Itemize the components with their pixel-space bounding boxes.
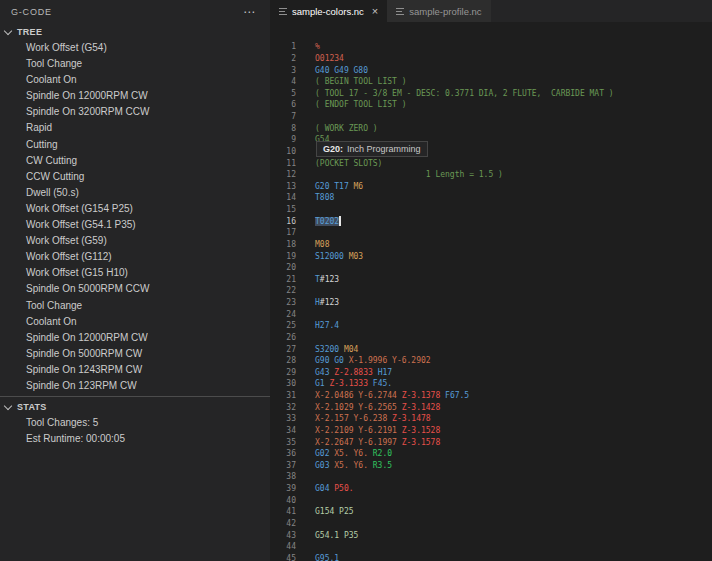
line-number: 25	[270, 321, 296, 330]
tree-item[interactable]: Dwell (50.s)	[0, 185, 270, 201]
tree-item[interactable]: Spindle On 1243RPM CW	[0, 362, 270, 378]
section-header-stats[interactable]: STATS	[0, 399, 270, 415]
file-icon	[396, 8, 404, 15]
code-line[interactable]: 16T0202	[270, 215, 712, 227]
code-line[interactable]: 44	[270, 541, 712, 553]
tree-item[interactable]: Tool Change	[0, 56, 270, 72]
code-line[interactable]: 23H#123	[270, 297, 712, 309]
line-content: S12000 M03	[315, 252, 363, 261]
code-line[interactable]: 15	[270, 204, 712, 216]
tree-item[interactable]: Coolant On	[0, 314, 270, 330]
line-number: 20	[270, 263, 296, 272]
code-line[interactable]: 40	[270, 494, 712, 506]
file-icon	[279, 8, 287, 15]
tree-item[interactable]: Spindle On 12000RPM CW	[0, 330, 270, 346]
code-token: X-2.0486 Y-6.2744	[315, 391, 402, 400]
code-line[interactable]: 41G154 P25	[270, 506, 712, 518]
code-line[interactable]: 14T808	[270, 192, 712, 204]
line-number: 24	[270, 310, 296, 319]
ellipsis-icon[interactable]: ⋯	[243, 9, 256, 15]
code-token: X-2.157 Y-6.238	[315, 414, 392, 423]
line-number: 35	[270, 438, 296, 447]
code-token: G04	[315, 484, 334, 493]
tree-item[interactable]: Work Offset (G15 H10)	[0, 265, 270, 281]
tree-item[interactable]: Coolant On	[0, 72, 270, 88]
line-content: X-2.157 Y-6.238 Z-3.1478	[315, 414, 431, 423]
code-line[interactable]: 31X-2.0486 Y-6.2744 Z-3.1378 F67.5	[270, 390, 712, 402]
code-line[interactable]: 25H27.4	[270, 320, 712, 332]
code-token: ( ENDOF TOOL LIST )	[315, 100, 407, 109]
code-line[interactable]: 1%	[270, 41, 712, 53]
code-line[interactable]: 5( TOOL 17 - 3/8 EM - DESC: 0.3771 DIA, …	[270, 88, 712, 100]
code-line[interactable]: 17	[270, 227, 712, 239]
code-line[interactable]: 4( BEGIN TOOL LIST )	[270, 76, 712, 88]
sidebar-title: G-CODE	[11, 7, 52, 17]
tree-item[interactable]: Work Offset (G54)	[0, 40, 270, 56]
line-content: O01234	[315, 54, 344, 63]
tree-item[interactable]: CW Cutting	[0, 153, 270, 169]
code-line[interactable]: 39G04 P50.	[270, 483, 712, 495]
code-token: T808	[315, 193, 334, 202]
line-number: 18	[270, 240, 296, 249]
tree-item[interactable]: Work Offset (G154 P25)	[0, 201, 270, 217]
tree-item[interactable]: Work Offset (G112)	[0, 249, 270, 265]
code-line[interactable]: 34X-2.2109 Y-6.2191 Z-3.1528	[270, 425, 712, 437]
tree-item[interactable]: Rapid	[0, 120, 270, 136]
code-line[interactable]: 19S12000 M03	[270, 250, 712, 262]
section-header-tree[interactable]: TREE	[0, 24, 270, 40]
code-line[interactable]: 11(POCKET SLOTS)	[270, 157, 712, 169]
code-line[interactable]: 12 1 Length = 1.5 )	[270, 169, 712, 181]
line-number: 13	[270, 182, 296, 191]
tree-item[interactable]: CCW Cutting	[0, 169, 270, 185]
code-line[interactable]: 32X-2.1029 Y-6.2565 Z-3.1428	[270, 401, 712, 413]
code-line[interactable]: 18M08	[270, 239, 712, 251]
code-line[interactable]: 42	[270, 518, 712, 530]
code-line[interactable]: 24	[270, 308, 712, 320]
code-line[interactable]: 33X-2.157 Y-6.238 Z-3.1478	[270, 413, 712, 425]
code-line[interactable]: 37G03 X5. Y6. R3.5	[270, 460, 712, 472]
code-line[interactable]: 8( WORK ZERO )	[270, 122, 712, 134]
tab-sample-colors.nc[interactable]: sample-colors.nc×	[270, 0, 387, 22]
code-line[interactable]: 7	[270, 111, 712, 123]
code-line[interactable]: 30G1 Z-3.1333 F45.	[270, 378, 712, 390]
tree-item[interactable]: Spindle On 3200RPM CCW	[0, 104, 270, 120]
line-number: 29	[270, 368, 296, 377]
code-line[interactable]: 26	[270, 332, 712, 344]
tree-item[interactable]: Cutting	[0, 137, 270, 153]
tree-item[interactable]: Spindle On 5000RPM CW	[0, 346, 270, 362]
code-line[interactable]: 6( ENDOF TOOL LIST )	[270, 99, 712, 111]
code-line[interactable]: 27S3200 M04	[270, 343, 712, 355]
tree-item[interactable]: Spindle On 123RPM CW	[0, 378, 270, 394]
code-line[interactable]: 13G20 T17 M6	[270, 181, 712, 193]
code-line[interactable]: 43G54.1 P35	[270, 529, 712, 541]
code-line[interactable]: 2O01234	[270, 53, 712, 65]
line-number: 38	[270, 472, 296, 481]
code-line[interactable]: 28G90 G0 X-1.9996 Y-6.2902	[270, 355, 712, 367]
tree-item[interactable]: Work Offset (G59)	[0, 233, 270, 249]
code-line[interactable]: 35X-2.2647 Y-6.1997 Z-3.1578	[270, 436, 712, 448]
tree-item[interactable]: Work Offset (G54.1 P35)	[0, 217, 270, 233]
code-line[interactable]: 3G40 G49 G80	[270, 64, 712, 76]
line-number: 42	[270, 519, 296, 528]
code-token: M04	[344, 345, 358, 354]
code-token: G20 T17	[315, 182, 354, 191]
code-line[interactable]: 29G43 Z-2.8833 H17	[270, 367, 712, 379]
tab-sample-profile.nc[interactable]: sample-profile.nc	[387, 0, 491, 22]
close-icon[interactable]: ×	[372, 6, 378, 16]
code-line[interactable]: 45G95.1	[270, 553, 712, 561]
code-line[interactable]: 20	[270, 262, 712, 274]
tree-item[interactable]: Spindle On 5000RPM CCW	[0, 281, 270, 297]
sidebar-sections: TREEWork Offset (G54)Tool ChangeCoolant …	[0, 24, 270, 447]
code-line[interactable]: 38	[270, 471, 712, 483]
code-line[interactable]: 22	[270, 285, 712, 297]
code-editor[interactable]: 1%2O012343G40 G49 G804( BEGIN TOOL LIST …	[270, 22, 712, 561]
code-line[interactable]: 36G02 X5. Y6. R2.0	[270, 448, 712, 460]
code-token: Z-2.8833	[334, 368, 377, 377]
code-token: S12000	[315, 252, 349, 261]
tree-item[interactable]: Tool Change	[0, 298, 270, 314]
line-content: G154 P25	[315, 507, 354, 516]
tree-item[interactable]: Spindle On 12000RPM CW	[0, 88, 270, 104]
line-content: H#123	[315, 298, 339, 307]
section-tree: TREEWork Offset (G54)Tool ChangeCoolant …	[0, 24, 270, 394]
code-line[interactable]: 21T#123	[270, 274, 712, 286]
